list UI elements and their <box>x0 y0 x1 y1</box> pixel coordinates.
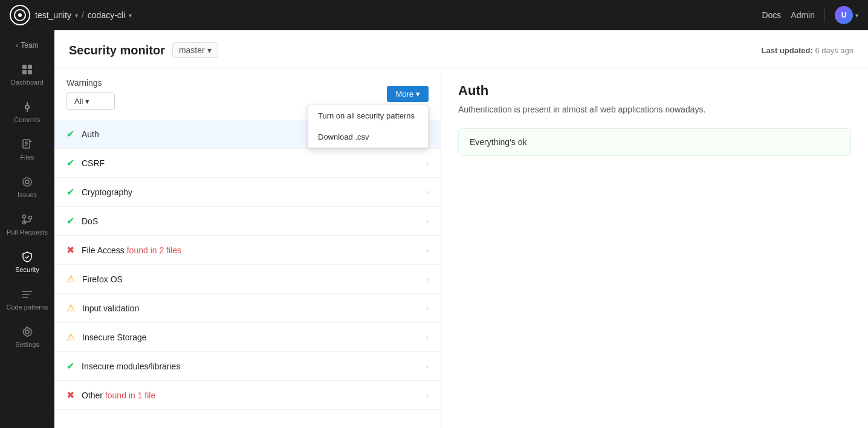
status-ok-icon: ✔ <box>66 360 74 372</box>
security-item-left: ✔ Auth <box>66 128 99 140</box>
sidebar-item-files[interactable]: Files <box>0 131 54 168</box>
security-item-name: CSRF <box>82 158 105 168</box>
topnav: test_unity ▾ / codacy-cli ▾ Docs Admin U… <box>0 0 868 30</box>
chevron-right-icon: › <box>426 275 429 284</box>
security-item-left: ✔ DoS <box>66 215 98 227</box>
security-item-name: File Access found in 2 files <box>82 245 181 255</box>
repo-name[interactable]: codacy-cli <box>88 10 125 20</box>
security-item-name: Input validation <box>82 303 139 313</box>
detail-panel: Auth Authentication is present in almost… <box>441 68 868 428</box>
more-chevron-icon: ▾ <box>416 89 420 99</box>
issues-label: Issues <box>18 191 37 198</box>
security-item-left: ✖ File Access found in 2 files <box>66 244 181 256</box>
svg-point-21 <box>25 330 29 334</box>
list-item[interactable]: ✔ CSRF › <box>54 149 441 178</box>
topnav-right: Docs Admin U ▾ <box>762 6 858 24</box>
avatar-initials: U <box>841 11 847 19</box>
sidebar-item-issues[interactable]: Issues <box>0 168 54 206</box>
sidebar-item-code-patterns[interactable]: Code patterns <box>0 280 54 318</box>
list-item[interactable]: ⚠ Insecure Storage › <box>54 323 441 352</box>
branch-chevron-icon: ▾ <box>207 45 212 55</box>
security-item-name: Firefox OS <box>82 274 123 284</box>
security-list: ✔ Auth › ✔ CSRF › <box>54 120 441 428</box>
repo-dropdown-icon[interactable]: ▾ <box>129 12 132 19</box>
security-item-left: ⚠ Input validation <box>66 302 139 314</box>
svg-marker-11 <box>30 140 32 142</box>
dropdown-item-turn-on[interactable]: Turn on all security patterns <box>308 105 428 126</box>
warnings-section: Warnings All ▾ <box>66 78 115 110</box>
security-item-name: DoS <box>82 216 98 226</box>
security-item-name: Other found in 1 file <box>82 391 155 400</box>
content-body: Warnings All ▾ More ▾ <box>54 68 868 428</box>
chevron-left-icon: ‹ <box>16 41 18 50</box>
svg-rect-2 <box>22 70 27 74</box>
svg-rect-0 <box>22 65 27 69</box>
files-label: Files <box>20 154 34 161</box>
status-warning-icon: ⚠ <box>66 302 75 314</box>
admin-link[interactable]: Admin <box>791 10 815 20</box>
list-item[interactable]: ✔ Insecure modules/libraries › <box>54 352 441 381</box>
security-label: Security <box>15 266 39 273</box>
page-header-left: Security monitor master ▾ <box>69 42 218 58</box>
filter-select[interactable]: All ▾ <box>66 92 115 110</box>
list-item[interactable]: ✖ File Access found in 2 files › <box>54 236 441 265</box>
status-warning-icon: ⚠ <box>66 273 75 285</box>
chevron-right-icon: › <box>426 362 429 371</box>
sidebar-item-commits[interactable]: Commits <box>0 93 54 131</box>
avatar-menu[interactable]: U ▾ <box>835 6 858 24</box>
nav-divider <box>824 8 825 22</box>
list-item[interactable]: ✔ Cryptography › <box>54 178 441 207</box>
status-error-icon: ✖ <box>66 244 74 256</box>
list-item[interactable]: ✖ Other found in 1 file › <box>54 381 441 410</box>
dropdown-item-download-csv[interactable]: Download .csv <box>308 126 428 148</box>
org-dropdown-icon[interactable]: ▾ <box>75 12 78 19</box>
sidebar-item-dashboard[interactable]: Dashboard <box>0 56 54 93</box>
detail-description: Authentication is present in almost all … <box>458 103 851 116</box>
main-layout: ‹ Team Dashboard Comm <box>0 30 868 428</box>
status-warning-icon: ⚠ <box>66 331 75 343</box>
pull-requests-label: Pull Requests <box>7 229 48 236</box>
last-updated-label: Last updated: <box>762 46 813 55</box>
list-item[interactable]: ⚠ Input validation › <box>54 294 441 323</box>
branch-selector[interactable]: master ▾ <box>172 42 218 58</box>
status-ok-icon: ✔ <box>66 186 74 198</box>
security-icon <box>21 250 34 264</box>
security-item-left: ✔ Insecure modules/libraries <box>66 360 180 372</box>
detail-status-text: Everything's ok <box>470 137 527 147</box>
sidebar-item-security[interactable]: Security <box>0 243 54 280</box>
dashboard-icon <box>21 63 34 76</box>
logo-icon <box>14 9 26 21</box>
security-item-left: ✔ CSRF <box>66 157 105 169</box>
sidebar: ‹ Team Dashboard Comm <box>0 30 54 428</box>
chevron-right-icon: › <box>426 304 429 313</box>
org-name[interactable]: test_unity <box>35 10 71 20</box>
chevron-right-icon: › <box>426 333 429 342</box>
more-button[interactable]: More ▾ <box>387 86 429 102</box>
team-label: Team <box>21 41 38 50</box>
topnav-left: test_unity ▾ / codacy-cli ▾ <box>10 5 132 25</box>
chevron-right-icon: › <box>426 246 429 255</box>
sidebar-item-settings[interactable]: Settings <box>0 318 54 355</box>
sidebar-team-link[interactable]: ‹ Team <box>0 35 54 56</box>
logo-dot <box>18 13 22 17</box>
chevron-right-icon: › <box>426 159 429 167</box>
more-btn-wrap: More ▾ Turn on all security patterns Dow… <box>387 86 429 102</box>
security-item-name: Auth <box>82 129 99 139</box>
list-item[interactable]: ⚠ Firefox OS › <box>54 265 441 294</box>
logo[interactable] <box>10 5 30 25</box>
found-tag: found in 2 files <box>127 245 181 255</box>
detail-title: Auth <box>458 83 851 99</box>
sidebar-item-pull-requests[interactable]: Pull Requests <box>0 206 54 243</box>
svg-rect-3 <box>28 70 32 74</box>
list-item[interactable]: ✔ DoS › <box>54 207 441 236</box>
settings-icon <box>21 325 34 339</box>
list-panel: Warnings All ▾ More ▾ <box>54 68 441 428</box>
docs-link[interactable]: Docs <box>762 10 781 20</box>
last-updated: Last updated: 6 days ago <box>762 46 853 55</box>
svg-point-12 <box>23 178 31 186</box>
filter-value: All <box>74 97 83 106</box>
pull-requests-icon <box>21 213 34 226</box>
svg-point-13 <box>25 180 29 184</box>
status-ok-icon: ✔ <box>66 215 74 227</box>
dashboard-label: Dashboard <box>11 79 44 86</box>
